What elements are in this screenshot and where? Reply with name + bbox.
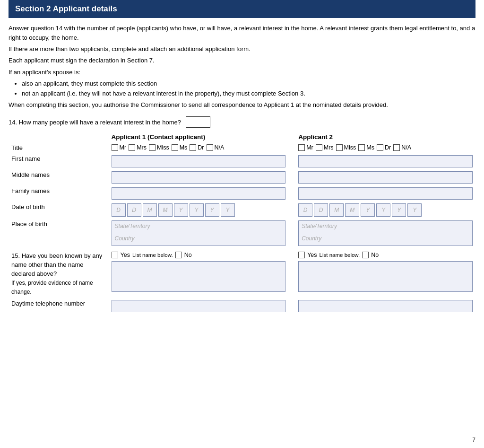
app2-dob-d1[interactable]: D [298, 203, 312, 217]
app1-dob-d2[interactable]: D [127, 203, 141, 217]
app2-miss-label: Miss [344, 144, 356, 151]
q15-row: 15. Have you been known by any name othe… [9, 248, 475, 298]
pob-row: Place of birth State/Territory Country S… [9, 219, 475, 248]
app1-dob-fields: D D M M Y Y Y Y [112, 203, 286, 217]
applicant2-title-field: Mr Mrs Miss Ms Dr N/A [295, 142, 475, 153]
app1-pob-state[interactable]: State/Territory [112, 221, 285, 233]
intro-bullets: also an applicant, they must complete th… [22, 79, 475, 98]
app1-ms-checkbox[interactable] [172, 144, 178, 151]
app1-miss-checkbox[interactable] [149, 144, 156, 151]
app1-q15-cell: Yes List name below. No [109, 248, 289, 298]
spacer-first-name [288, 153, 295, 169]
empty-header [9, 132, 109, 142]
app2-pob-country[interactable]: Country [299, 233, 472, 246]
app1-mr-checkbox[interactable] [112, 144, 118, 151]
app1-yes-checkbox[interactable] [112, 252, 118, 258]
q14-input-box[interactable] [186, 116, 210, 128]
app2-list-name-below: List name below. [320, 252, 360, 258]
app2-dob-m2[interactable]: M [345, 203, 359, 217]
q15-label-cell: 15. Have you been known by any name othe… [9, 248, 109, 298]
q14-label: 14. How many people will have a relevant… [9, 119, 181, 126]
dob-row: Date of birth D D M M Y Y Y Y [9, 202, 475, 219]
section-title: Section 2 Applicant details [15, 4, 117, 13]
app1-list-name-below: List name below. [132, 252, 173, 258]
applicant2-header: Applicant 2 [295, 132, 475, 142]
app2-q15-cell: Yes List name below. No [295, 248, 475, 298]
section-header: Section 2 Applicant details [9, 0, 475, 18]
app2-dob-y1[interactable]: Y [361, 203, 375, 217]
first-name-row: First name [9, 153, 475, 169]
intro-para3: Each applicant must sign the declaration… [9, 56, 475, 65]
app1-family-names-input[interactable] [112, 187, 286, 200]
app2-mr-checkbox[interactable] [298, 144, 305, 151]
app2-dob-m1[interactable]: M [329, 203, 344, 217]
app2-dob-fields: D D M M Y Y Y Y [298, 203, 473, 217]
app2-na-checkbox[interactable] [393, 144, 400, 151]
app2-miss-checkbox[interactable] [336, 144, 343, 151]
app2-dob-y2[interactable]: Y [376, 203, 390, 217]
spacer-pob [288, 219, 295, 248]
app2-yes-checkbox[interactable] [298, 252, 305, 258]
q15-sub-label: If yes, provide evidence of name change. [11, 280, 93, 295]
app2-dob-d2[interactable]: D [314, 203, 328, 217]
app2-ms-label: Ms [366, 144, 374, 151]
first-name-label: First name [9, 153, 109, 169]
q15-label: 15. Have you been known by any name othe… [11, 252, 106, 296]
app1-mrs-label: Mrs [137, 144, 147, 151]
title-row: Title Mr Mrs Miss Ms Dr N/A [9, 142, 475, 153]
title-label: Title [9, 142, 109, 153]
app2-telephone-input[interactable] [298, 300, 473, 312]
app2-ms-checkbox[interactable] [358, 144, 365, 151]
app2-dob-y3[interactable]: Y [392, 203, 406, 217]
app2-dob-y4[interactable]: Y [407, 203, 422, 217]
app1-telephone-input[interactable] [112, 300, 286, 312]
telephone-row: Daytime telephone number [9, 298, 475, 314]
app1-yes-label: Yes [121, 252, 130, 258]
bullet-1: also an applicant, they must complete th… [22, 79, 475, 88]
app1-dob-y4[interactable]: Y [221, 203, 235, 217]
app2-name-change-input[interactable] [298, 261, 473, 292]
app1-dob-y2[interactable]: Y [190, 203, 204, 217]
app2-dr-label: Dr [385, 144, 391, 151]
app2-no-checkbox[interactable] [362, 252, 369, 258]
app1-dob-m1[interactable]: M [143, 203, 157, 217]
app1-dr-checkbox[interactable] [190, 144, 196, 151]
app2-mrs-checkbox[interactable] [316, 144, 322, 151]
family-names-label: Family names [9, 185, 109, 202]
app1-na-label: N/A [215, 144, 225, 151]
app2-pob-state[interactable]: State/Territory [299, 221, 472, 233]
app1-middle-names-input[interactable] [112, 171, 286, 184]
pob-label: Place of birth [9, 219, 109, 248]
app1-na-checkbox[interactable] [207, 144, 213, 151]
spacer-title [288, 142, 295, 153]
app1-dob-y1[interactable]: Y [174, 203, 188, 217]
app1-pob-box: State/Territory Country [112, 220, 286, 246]
intro-para2: If there are more than two applicants, c… [9, 44, 475, 54]
app1-miss-label: Miss [157, 144, 169, 151]
app2-first-name-input[interactable] [298, 155, 473, 167]
app1-pob-country[interactable]: Country [112, 233, 285, 246]
app1-no-checkbox[interactable] [175, 252, 182, 258]
app2-dob-cell: D D M M Y Y Y Y [295, 202, 475, 219]
app1-telephone-cell [109, 298, 289, 314]
app1-pob-cell: State/Territory Country [109, 219, 289, 248]
app2-dr-checkbox[interactable] [377, 144, 383, 151]
app1-name-change-input[interactable] [112, 261, 286, 292]
app2-yes-label: Yes [307, 252, 317, 258]
app1-dob-m2[interactable]: M [158, 203, 173, 217]
app1-family-names-cell [109, 185, 289, 202]
app1-no-label: No [184, 252, 192, 258]
app1-dob-d1[interactable]: D [112, 203, 126, 217]
app2-middle-names-input[interactable] [298, 171, 473, 184]
intro-para4: If an applicant's spouse is: [9, 68, 475, 77]
spacer-dob [288, 202, 295, 219]
app1-title-options: Mr Mrs Miss Ms Dr N/A [112, 144, 286, 151]
app2-mrs-label: Mrs [324, 144, 334, 151]
app1-dr-label: Dr [198, 144, 204, 151]
app1-dob-y3[interactable]: Y [205, 203, 219, 217]
app2-na-label: N/A [401, 144, 411, 151]
app2-family-names-input[interactable] [298, 187, 473, 200]
app1-first-name-input[interactable] [112, 155, 286, 167]
app1-first-name-cell [109, 153, 289, 169]
app1-mrs-checkbox[interactable] [129, 144, 135, 151]
